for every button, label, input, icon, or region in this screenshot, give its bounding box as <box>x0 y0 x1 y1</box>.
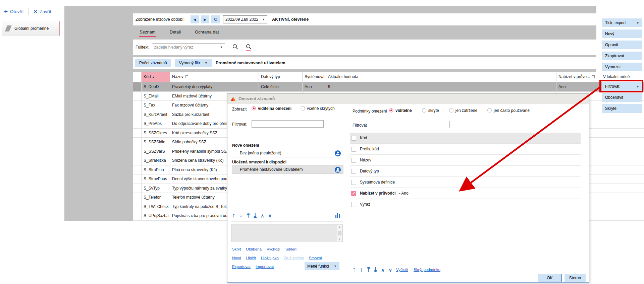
condition-field-row[interactable]: Systémová definice <box>350 177 581 188</box>
move-up-icon[interactable]: ↑ <box>353 266 356 273</box>
link[interactable]: Oblíbená <box>246 247 262 251</box>
action-button[interactable]: Občerstvit ▼ <box>602 93 642 102</box>
scrollbar-thumb[interactable] <box>338 231 341 235</box>
selected-filter-dropdown[interactable]: Vybraný filtr: ▼ <box>175 59 212 67</box>
record-count-button[interactable]: Počet záznamů <box>135 59 171 67</box>
link[interactable]: Smazat <box>309 256 322 260</box>
checkbox-icon[interactable] <box>351 180 356 185</box>
column-header-name[interactable]: Název <box>170 72 259 82</box>
link[interactable]: Zruš změny <box>284 256 304 260</box>
expand-icon[interactable]: ∨ <box>389 267 392 273</box>
column-header-system-label: Systémová <box>305 74 324 79</box>
table-row[interactable]: S_DenD Pravidelný den výplaty Celé číslo… <box>133 82 644 92</box>
fulltext-input[interactable] <box>152 43 225 51</box>
less-functions-button[interactable]: Méně funkcí ▼ <box>305 262 339 270</box>
period-select[interactable]: 2022/09 Září 2022 ▼ <box>223 15 267 23</box>
row-marker-cell <box>133 138 142 147</box>
action-button[interactable]: Vymazat ▼ <box>602 63 642 71</box>
chevron-down-icon: ▼ <box>636 21 639 25</box>
move-to-bottom-icon[interactable]: ⤓ <box>374 266 377 273</box>
action-button[interactable]: Filtrovat ▼ <box>602 82 642 91</box>
close-button[interactable]: ✕ Zavřít <box>34 9 51 14</box>
search-icon[interactable] <box>232 44 238 51</box>
column-header-code[interactable]: Kód▲ <box>142 72 170 82</box>
condition-field-value: - Ano <box>399 191 409 196</box>
listbox-scrollbar[interactable]: ▲ ▼ <box>337 225 342 241</box>
tab[interactable]: Detail <box>169 27 181 38</box>
action-button[interactable]: Tisk, export ▼ <box>602 18 642 27</box>
link[interactable]: Uložit <box>246 256 256 260</box>
condition-field-label: Systémová definice <box>360 180 395 185</box>
move-down-icon[interactable]: ↓ <box>239 212 243 219</box>
move-down-icon[interactable]: ↓ <box>360 266 363 273</box>
checkbox-icon[interactable] <box>351 202 356 207</box>
scroll-up-icon[interactable]: ▲ <box>338 225 341 228</box>
move-to-top-icon[interactable]: ⤒ <box>247 212 250 219</box>
column-header-value[interactable]: Aktuální hodnota <box>326 72 556 82</box>
tab[interactable]: Ochrana dat <box>194 27 220 38</box>
condition-field-row[interactable]: Datový typ <box>350 166 581 177</box>
link[interactable]: Nová <box>232 256 241 260</box>
bar-chart-icon[interactable] <box>335 213 340 218</box>
condition-radio[interactable]: jen zatržené <box>449 108 477 113</box>
action-button[interactable]: Nový ▼ <box>602 29 642 38</box>
action-button[interactable]: Skryté ▼ <box>602 104 642 113</box>
checkbox-icon[interactable] <box>351 158 356 163</box>
checkbox-icon[interactable] <box>351 136 356 141</box>
link[interactable]: Skrýt <box>232 247 241 251</box>
column-header-wizard[interactable]: Nabízet v průvo... <box>556 72 601 82</box>
checkbox-icon[interactable] <box>351 191 356 196</box>
period-refresh-button[interactable]: ↻ <box>211 15 220 23</box>
condition-field-row[interactable]: Název <box>350 155 581 166</box>
toolbar-underline <box>231 221 343 221</box>
ok-button[interactable]: OK <box>538 274 562 282</box>
checkbox-icon[interactable] <box>351 147 356 152</box>
right-filter-input[interactable] <box>371 121 450 128</box>
restriction-item-saved[interactable]: Proměnné nastavované uživatelem <box>232 165 343 174</box>
link[interactable]: Výchozí <box>267 247 280 251</box>
left-filter-input[interactable] <box>252 120 324 128</box>
scroll-down-icon[interactable]: ▼ <box>338 238 341 241</box>
checkbox-icon[interactable] <box>351 169 356 174</box>
agenda-card-global-variables[interactable]: Globální proměnné <box>2 21 60 36</box>
collapse-icon[interactable]: ∧ <box>261 213 264 218</box>
link[interactable]: Exportovat <box>232 265 251 269</box>
open-button[interactable]: + Otevřít <box>4 9 24 14</box>
link[interactable]: Sdílení <box>285 247 298 251</box>
condition-radio[interactable]: skryté <box>422 108 439 113</box>
column-header-system[interactable]: Systémová <box>303 72 326 82</box>
column-header-type[interactable]: Datový typ <box>259 72 303 82</box>
period-prev-button[interactable]: ◀ <box>191 15 199 23</box>
search-in-results-icon[interactable] <box>246 44 252 51</box>
restriction-preview-listbox[interactable]: ▲ ▼ <box>231 224 343 242</box>
clear-link[interactable]: Vyčistit <box>396 268 408 272</box>
condition-radio[interactable]: viditelné <box>389 108 412 113</box>
condition-field-row[interactable]: Výraz <box>350 199 581 210</box>
move-to-top-icon[interactable]: ⤒ <box>367 266 370 273</box>
cell-code: S_SSZVarS <box>142 147 170 156</box>
action-button[interactable]: Opravit ▼ <box>602 41 642 49</box>
condition-field-row[interactable]: Prefix, kód <box>350 144 581 155</box>
column-header-code-label: Kód <box>144 74 151 79</box>
row-marker-cell <box>133 156 142 165</box>
link[interactable]: Uložit jako <box>261 256 279 260</box>
condition-field-row[interactable]: Kód <box>350 133 581 144</box>
hide-condition-link[interactable]: Skrýt podmínku <box>414 268 440 272</box>
new-restriction-heading: Nové omezení <box>232 143 259 148</box>
link[interactable]: Importovat <box>256 265 274 269</box>
move-up-icon[interactable]: ↑ <box>232 212 235 219</box>
move-to-bottom-icon[interactable]: ⤓ <box>254 212 256 219</box>
chevron-down-icon[interactable]: ▼ <box>220 46 223 49</box>
expand-icon[interactable]: ∨ <box>268 213 272 218</box>
condition-field-row[interactable]: Nabízet v průvodci - Ano <box>350 188 581 199</box>
action-button[interactable]: Zkopírovat ▼ <box>602 52 642 60</box>
restriction-item-unsaved[interactable]: Bez jména (neuložené) <box>232 149 343 157</box>
radio-including-hidden[interactable]: včetně skrytých <box>301 106 335 111</box>
chevron-down-icon: ▼ <box>636 85 639 88</box>
tab[interactable]: Seznam <box>139 27 156 38</box>
condition-radio[interactable]: jen často používané <box>487 108 530 113</box>
period-next-button[interactable]: ▶ <box>201 15 209 23</box>
cancel-button[interactable]: Storno <box>565 274 586 282</box>
radio-visible-restrictions[interactable]: viditelná omezení <box>252 106 291 111</box>
collapse-icon[interactable]: ∧ <box>381 267 384 273</box>
